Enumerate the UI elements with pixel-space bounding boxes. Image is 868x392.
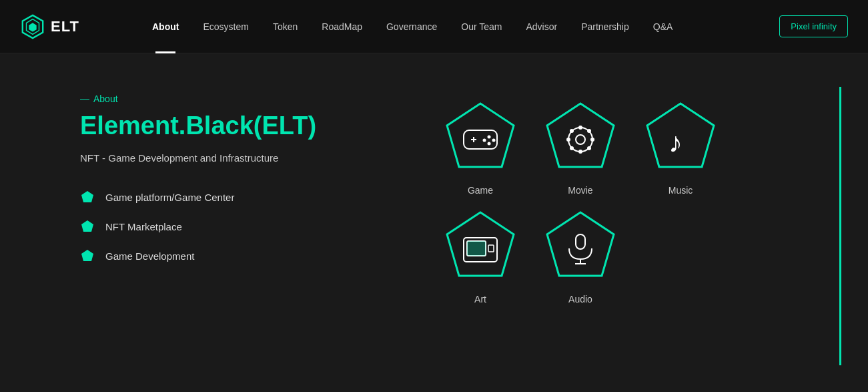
- icon-card-music: ♪ Music: [640, 100, 721, 196]
- right-section: Game Movie: [440, 87, 815, 365]
- svg-point-11: [492, 139, 496, 142]
- feature-item-3: Game Development: [80, 249, 414, 264]
- game-icon: [440, 100, 520, 177]
- svg-point-23: [587, 129, 591, 133]
- feature-list: Game platform/Game Center NFT Marketplac…: [80, 190, 414, 264]
- svg-point-16: [576, 135, 585, 144]
- svg-point-10: [488, 136, 491, 139]
- svg-point-17: [578, 126, 582, 130]
- svg-rect-31: [488, 245, 494, 252]
- svg-point-18: [578, 150, 582, 154]
- pentagon-bullet-1: [80, 190, 95, 205]
- art-label: Art: [474, 294, 486, 305]
- logo-icon: [20, 14, 45, 39]
- nav-link-advisor[interactable]: Advisor: [514, 0, 569, 53]
- main-title: Element.Black(ELT): [80, 112, 414, 140]
- svg-point-12: [488, 142, 491, 146]
- svg-marker-5: [81, 250, 93, 261]
- svg-rect-7: [464, 130, 497, 149]
- svg-rect-33: [576, 234, 585, 249]
- about-label: About: [80, 93, 414, 104]
- pixel-infinity-button[interactable]: Pixel infinity: [779, 15, 848, 37]
- main-content: About Element.Black(ELT) NFT - Game Deve…: [0, 53, 868, 392]
- svg-text:♪: ♪: [669, 127, 683, 158]
- music-icon: ♪: [640, 100, 721, 177]
- nav-link-governance[interactable]: Governance: [374, 0, 449, 53]
- icons-row-2: Art Audio: [440, 209, 815, 305]
- svg-point-24: [570, 146, 574, 150]
- icon-card-art: Art: [440, 209, 520, 305]
- svg-marker-2: [29, 23, 36, 31]
- nav-link-roadmap[interactable]: RoadMap: [310, 0, 374, 53]
- nav-link-qa[interactable]: Q&A: [641, 0, 685, 53]
- nav-link-about[interactable]: About: [140, 0, 191, 53]
- left-section: About Element.Black(ELT) NFT - Game Deve…: [80, 87, 414, 365]
- logo[interactable]: ELT: [20, 14, 100, 39]
- svg-point-13: [483, 139, 486, 142]
- icon-card-game: Game: [440, 100, 520, 196]
- svg-rect-30: [467, 241, 486, 256]
- music-label: Music: [669, 185, 693, 196]
- nav-links: About Ecosystem Token RoadMap Governance…: [140, 0, 779, 53]
- navbar: ELT About Ecosystem Token RoadMap Govern…: [0, 0, 868, 53]
- subtitle: NFT - Game Development and Infrastructur…: [80, 152, 414, 164]
- svg-marker-6: [447, 104, 514, 167]
- art-icon: [440, 209, 520, 286]
- audio-icon: [540, 209, 620, 286]
- svg-point-19: [566, 138, 570, 142]
- nav-link-ourteam[interactable]: Our Team: [449, 0, 514, 53]
- svg-point-20: [590, 138, 594, 142]
- audio-label: Audio: [568, 294, 592, 305]
- movie-label: Movie: [568, 185, 592, 196]
- pentagon-bullet-3: [80, 249, 95, 264]
- svg-point-21: [570, 129, 574, 133]
- nav-link-ecosystem[interactable]: Ecosystem: [191, 0, 260, 53]
- icon-card-audio: Audio: [540, 209, 620, 305]
- svg-marker-4: [81, 220, 93, 232]
- feature-item-2: NFT Marketplace: [80, 220, 414, 234]
- logo-text: ELT: [51, 18, 79, 35]
- icon-card-movie: Movie: [540, 100, 620, 196]
- icons-row-1: Game Movie: [440, 100, 815, 196]
- svg-marker-32: [547, 212, 614, 276]
- nav-link-token[interactable]: Token: [261, 0, 310, 53]
- movie-icon: [540, 100, 620, 177]
- svg-point-22: [587, 146, 591, 150]
- nav-link-partnership[interactable]: Partnership: [569, 0, 641, 53]
- game-label: Game: [468, 185, 493, 196]
- feature-item-1: Game platform/Game Center: [80, 190, 414, 205]
- svg-marker-3: [81, 191, 93, 202]
- pentagon-bullet-2: [80, 220, 95, 234]
